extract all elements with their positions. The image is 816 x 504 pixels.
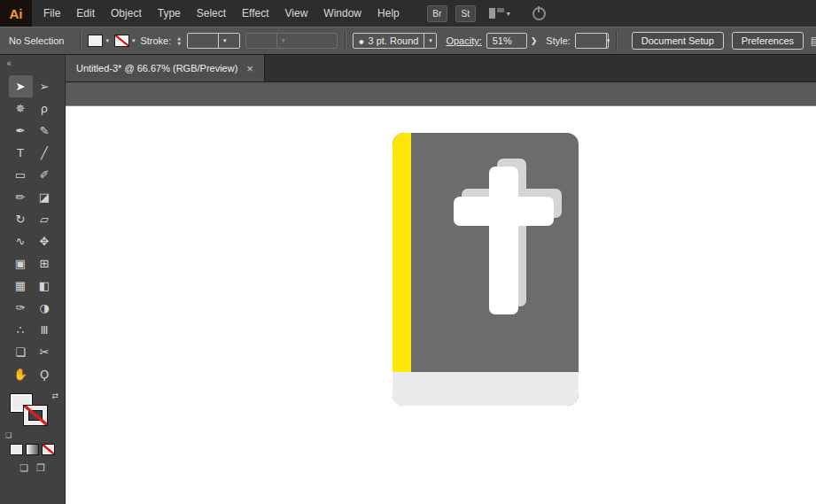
main-menu: File Edit Object Type Select Effect View… xyxy=(35,0,408,27)
opacity-value[interactable]: 51% xyxy=(487,35,517,46)
preferences-button[interactable]: Preferences xyxy=(732,32,804,50)
separator xyxy=(616,31,617,50)
pencil-tool[interactable]: ✏ xyxy=(9,186,33,208)
gradient-tool[interactable]: ◧ xyxy=(33,275,57,297)
document-setup-button[interactable]: Document Setup xyxy=(632,32,724,50)
panel-edge-icon[interactable]: ▤ xyxy=(811,35,816,47)
bible-artwork[interactable] xyxy=(392,133,579,406)
book-spine xyxy=(392,133,411,406)
selection-tool[interactable]: ➤ xyxy=(9,75,33,97)
menu-edit[interactable]: Edit xyxy=(68,0,103,27)
chevron-down-icon: ▾ xyxy=(507,10,510,18)
document-tab-bar: Untitled-3* @ 66.67% (RGB/Preview) × xyxy=(66,55,816,82)
menu-window[interactable]: Window xyxy=(315,0,369,27)
hand-tool[interactable]: ✋ xyxy=(9,363,33,385)
separator xyxy=(80,31,81,50)
free-transform-tool[interactable]: ✥ xyxy=(33,230,57,252)
stroke-weight-dropdown[interactable]: ▾ xyxy=(187,33,240,49)
cross-icon xyxy=(454,197,554,226)
shaper-tool[interactable]: ✎ xyxy=(33,120,57,142)
scale-tool[interactable]: ▱ xyxy=(33,208,57,230)
color-button[interactable] xyxy=(10,444,23,455)
menu-type[interactable]: Type xyxy=(150,0,189,27)
document-tab[interactable]: Untitled-3* @ 66.67% (RGB/Preview) × xyxy=(66,55,265,81)
drawing-mode-buttons: ❏ ❐ xyxy=(0,462,65,474)
color-mode-buttons xyxy=(0,444,65,455)
menu-bar: Ai File Edit Object Type Select Effect V… xyxy=(0,0,816,27)
cross-icon xyxy=(489,167,518,314)
zoom-tool[interactable]: Ϙ xyxy=(33,363,57,385)
chevron-down-icon[interactable]: ▾ xyxy=(218,34,230,48)
opacity-field[interactable]: 51% xyxy=(486,33,527,49)
column-graph-tool[interactable]: Ⅲ xyxy=(33,319,57,341)
artboard-tool[interactable]: ❏ xyxy=(9,341,33,363)
power-icon[interactable] xyxy=(532,7,546,20)
book-pages xyxy=(392,372,579,406)
document-tab-title: Untitled-3* @ 66.67% (RGB/Preview) xyxy=(76,63,237,74)
pasteboard xyxy=(66,82,816,106)
draw-behind-icon[interactable]: ❐ xyxy=(36,462,45,474)
type-tool[interactable]: T xyxy=(9,142,33,164)
lasso-tool[interactable]: ρ xyxy=(33,97,57,120)
bridge-button[interactable]: Br xyxy=(427,5,447,22)
menu-object[interactable]: Object xyxy=(103,0,150,27)
line-segment-tool[interactable]: ╱ xyxy=(33,142,57,164)
control-bar: No Selection ▾ ▾ Stroke: ▲ ▼ ▾ ▾ ● 3 pt.… xyxy=(0,27,816,55)
collapse-panel-icon[interactable]: « xyxy=(0,55,65,70)
stroke-color-swatch[interactable] xyxy=(114,35,129,47)
blend-tool[interactable]: ◑ xyxy=(33,297,57,319)
stepper-down-icon[interactable]: ▼ xyxy=(177,41,181,46)
pen-tool[interactable]: ✒ xyxy=(9,120,33,142)
fill-color-swatch[interactable] xyxy=(88,35,103,47)
swap-fill-stroke-icon[interactable]: ⇄ xyxy=(51,392,58,400)
rotate-tool[interactable]: ↻ xyxy=(9,208,33,230)
opacity-label[interactable]: Opacity: xyxy=(446,35,481,46)
stroke-chevron-icon[interactable]: ▾ xyxy=(132,37,136,44)
direct-selection-tool[interactable]: ➢ xyxy=(33,75,57,97)
style-label[interactable]: Style: xyxy=(546,35,571,46)
eraser-tool[interactable]: ◪ xyxy=(33,186,57,208)
fill-stroke-controls: ⇄ ❏ xyxy=(0,391,65,440)
menu-view[interactable]: View xyxy=(277,0,316,27)
stroke-swatch[interactable] xyxy=(24,406,47,425)
opacity-flyout-icon[interactable]: ❯ xyxy=(531,36,538,45)
perspective-grid-tool[interactable]: ⊞ xyxy=(33,252,57,275)
stroke-label: Stroke: xyxy=(140,35,171,46)
menu-select[interactable]: Select xyxy=(189,0,234,27)
stock-button[interactable]: St xyxy=(455,5,476,22)
stroke-weight-stepper[interactable]: ▲ ▼ xyxy=(174,33,184,49)
gradient-button[interactable] xyxy=(26,444,39,455)
width-tool[interactable]: ∿ xyxy=(9,230,33,252)
illustrator-logo: Ai xyxy=(0,0,32,27)
default-swatches-icon[interactable]: ❏ xyxy=(5,431,12,439)
mesh-tool[interactable]: ▦ xyxy=(9,275,33,297)
paintbrush-tool[interactable]: ✐ xyxy=(33,164,57,186)
menu-help[interactable]: Help xyxy=(369,0,408,27)
brush-definition-dropdown[interactable]: ● 3 pt. Round ▾ xyxy=(353,33,437,49)
menu-effect[interactable]: Effect xyxy=(234,0,276,27)
workspace-layout-icon xyxy=(489,8,504,19)
slice-tool[interactable]: ✂ xyxy=(33,341,57,363)
variable-width-profile-dropdown: ▾ xyxy=(245,33,338,49)
chevron-down-icon[interactable]: ▾ xyxy=(606,34,610,48)
none-button[interactable] xyxy=(42,444,55,455)
rectangle-tool[interactable]: ▭ xyxy=(9,164,33,186)
draw-normal-icon[interactable]: ❏ xyxy=(19,462,28,474)
chevron-down-icon: ▾ xyxy=(276,34,289,48)
style-dropdown[interactable]: ▾ xyxy=(575,33,609,49)
separator xyxy=(345,31,346,50)
shape-builder-tool[interactable]: ▣ xyxy=(9,252,33,275)
chevron-down-icon[interactable]: ▾ xyxy=(424,34,436,48)
brush-preset: ● 3 pt. Round xyxy=(354,35,424,46)
magic-wand-tool[interactable]: ✵ xyxy=(9,97,33,120)
brush-preview-icon: ● xyxy=(359,38,363,44)
workspace-switcher[interactable]: ▾ xyxy=(489,8,510,19)
selection-status: No Selection xyxy=(0,35,73,46)
menu-file[interactable]: File xyxy=(35,0,68,27)
eyedropper-tool[interactable]: ✑ xyxy=(9,297,33,319)
close-icon[interactable]: × xyxy=(246,63,253,74)
tools-panel: « ➤ ➢ ✵ ρ ✒ ✎ T ╱ ▭ ✐ ✏ ◪ ↻ ▱ ∿ ✥ ▣ ⊞ ▦ … xyxy=(0,55,66,504)
tool-grid: ➤ ➢ ✵ ρ ✒ ✎ T ╱ ▭ ✐ ✏ ◪ ↻ ▱ ∿ ✥ ▣ ⊞ ▦ ◧ … xyxy=(9,75,57,385)
fill-chevron-icon[interactable]: ▾ xyxy=(105,37,109,44)
symbol-sprayer-tool[interactable]: ∴ xyxy=(9,319,33,341)
